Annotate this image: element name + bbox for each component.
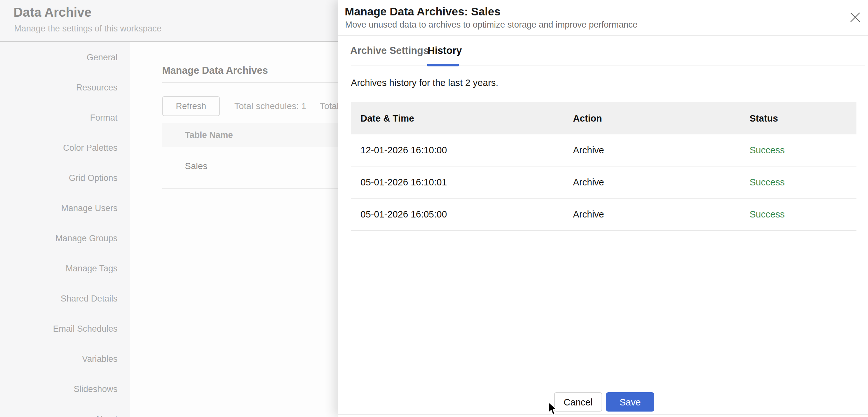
manage-data-archives-dialog: Manage Data Archives: Sales Move unused … [338,0,868,417]
sidebar-item-shared-details[interactable]: Shared Details [0,284,130,314]
col-date-time: Date & Time [351,113,563,124]
action-cell: Archive [563,177,740,188]
sidebar-item-slideshows[interactable]: Slideshows [0,374,130,404]
dialog-right-border [866,0,866,417]
sidebar-item-manage-tags[interactable]: Manage Tags [0,253,130,284]
archive-table-row-sales[interactable]: Sales [162,147,342,189]
dialog-tabbar: Archive Settings History [338,37,868,65]
history-table-header: Date & Time Action Status [351,102,857,134]
status-cell: Success [740,209,857,220]
refresh-button[interactable]: Refresh [162,96,220,116]
table-name-cell: Sales [185,161,207,171]
cancel-button[interactable]: Cancel [554,392,602,412]
totals-summary: Total schedules: 1Total a [234,96,346,116]
col-action: Action [563,113,740,124]
sidebar-item-manage-groups[interactable]: Manage Groups [0,223,130,253]
page-subtitle: Manage the settings of this workspace [14,24,161,34]
save-button[interactable]: Save [606,392,654,412]
archive-table-header: Table Name [162,123,342,147]
history-table: Date & Time Action Status 12-01-2026 16:… [351,102,857,231]
col-status: Status [740,113,857,124]
sidebar-item-email-schedules[interactable]: Email Schedules [0,314,130,344]
datetime-cell: 05-01-2026 16:05:00 [351,209,563,220]
sidebar-item-color-palettes[interactable]: Color Palettes [0,133,130,163]
sidebar-item-manage-users[interactable]: Manage Users [0,193,130,223]
dialog-title: Manage Data Archives: Sales [345,5,500,18]
sidebar-item-resources[interactable]: Resources [0,72,130,103]
sidebar-item-variables[interactable]: Variables [0,344,130,374]
status-cell: Success [740,177,857,188]
section-heading: Manage Data Archives [162,65,268,76]
dialog-header: Manage Data Archives: Sales Move unused … [338,0,868,36]
workspace-settings-page: Data Archive Manage the settings of this… [0,0,868,417]
section-divider [162,82,339,83]
total-schedules-label: Total schedules: 1 [234,101,306,111]
close-icon[interactable] [849,11,861,23]
settings-sidebar: GeneralResourcesFormatColor PalettesGrid… [0,42,130,417]
tab-archive-settings[interactable]: Archive Settings [350,37,429,65]
sidebar-item-general[interactable]: General [0,42,130,72]
sidebar-item-format[interactable]: Format [0,103,130,133]
active-tab-indicator [427,64,459,66]
status-cell: Success [740,145,857,156]
history-row: 05-01-2026 16:10:01ArchiveSuccess [351,166,857,198]
table-name-column-header: Table Name [185,130,233,140]
history-description: Archives history for the last 2 years. [351,77,498,88]
tab-history[interactable]: History [428,37,462,65]
datetime-cell: 05-01-2026 16:10:01 [351,177,563,188]
page-header: Data Archive Manage the settings of this… [0,0,339,42]
page-title: Data Archive [13,5,92,20]
history-row: 05-01-2026 16:05:00ArchiveSuccess [351,198,857,231]
dialog-subtitle: Move unused data to archives to optimize… [345,20,638,30]
action-cell: Archive [563,209,740,220]
sidebar-item-grid-options[interactable]: Grid Options [0,163,130,193]
sidebar-item-about[interactable]: About [0,404,130,417]
action-cell: Archive [563,145,740,156]
datetime-cell: 12-01-2026 16:10:00 [351,145,563,156]
footer-divider [338,414,868,415]
history-row: 12-01-2026 16:10:00ArchiveSuccess [351,134,857,166]
